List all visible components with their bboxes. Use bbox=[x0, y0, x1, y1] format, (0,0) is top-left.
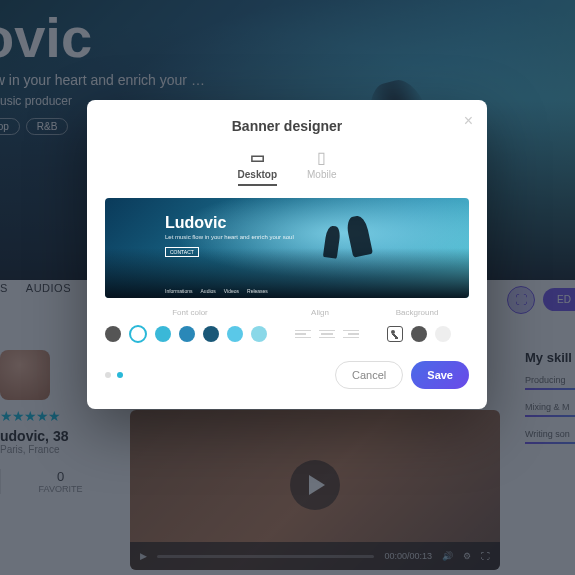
banner-preview[interactable]: Ludovic Let music flow in your heart and… bbox=[105, 198, 469, 298]
banner-designer-modal: × Banner designer ▭ Desktop ▯ Mobile Lud… bbox=[87, 100, 487, 409]
color-swatch[interactable] bbox=[203, 326, 219, 342]
desktop-icon: ▭ bbox=[238, 148, 277, 167]
background-image-option[interactable] bbox=[387, 326, 403, 342]
align-center-icon[interactable] bbox=[319, 326, 335, 342]
align-right-icon[interactable] bbox=[343, 326, 359, 342]
preview-button: CONTACT bbox=[165, 247, 199, 257]
close-icon[interactable]: × bbox=[464, 112, 473, 130]
save-button[interactable]: Save bbox=[411, 361, 469, 389]
color-swatch[interactable] bbox=[227, 326, 243, 342]
tab-mobile[interactable]: ▯ Mobile bbox=[307, 148, 336, 186]
background-color-option[interactable] bbox=[435, 326, 451, 342]
preview-nav: Informations Audios Videos Releases bbox=[165, 288, 268, 294]
device-tabs: ▭ Desktop ▯ Mobile bbox=[105, 148, 469, 186]
preview-title: Ludovic bbox=[165, 214, 294, 232]
color-swatch[interactable] bbox=[155, 326, 171, 342]
pager-dots[interactable] bbox=[105, 372, 123, 378]
preview-subtitle: Let music flow in your heart and enrich … bbox=[165, 234, 294, 240]
color-swatch[interactable] bbox=[105, 326, 121, 342]
background-color-option[interactable] bbox=[411, 326, 427, 342]
modal-title: Banner designer bbox=[105, 118, 469, 134]
mobile-icon: ▯ bbox=[307, 148, 336, 167]
pager-dot-active[interactable] bbox=[117, 372, 123, 378]
cancel-button[interactable]: Cancel bbox=[335, 361, 403, 389]
option-labels: Font color Align Background bbox=[105, 308, 469, 317]
align-left-icon[interactable] bbox=[295, 326, 311, 342]
color-swatch[interactable] bbox=[179, 326, 195, 342]
option-row bbox=[105, 325, 469, 343]
pager-dot[interactable] bbox=[105, 372, 111, 378]
color-swatch[interactable] bbox=[251, 326, 267, 342]
color-swatch-selected[interactable] bbox=[129, 325, 147, 343]
tab-desktop[interactable]: ▭ Desktop bbox=[238, 148, 277, 186]
